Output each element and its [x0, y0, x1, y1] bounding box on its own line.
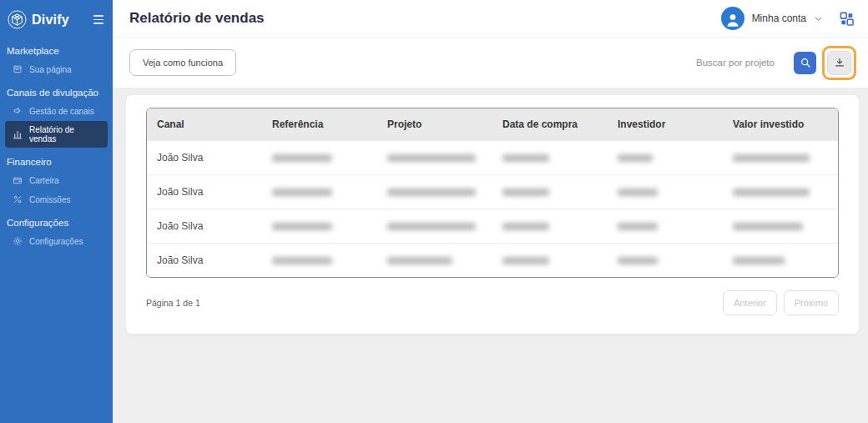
apps-grid-icon[interactable]	[839, 11, 855, 27]
sidebar-item-label: Gestão de canais	[29, 107, 94, 116]
sidebar-item-relatorio-de-vendas[interactable]: Relatório de vendas	[5, 121, 108, 148]
sidebar-item-label: Configurações	[29, 237, 83, 246]
redacted-text	[387, 189, 476, 196]
cell-projeto-redacted	[377, 244, 492, 278]
megaphone-icon	[13, 106, 23, 116]
search-button[interactable]	[794, 52, 816, 74]
redacted-text	[618, 189, 658, 196]
previous-button[interactable]: Anterior	[723, 290, 777, 315]
bar-chart-icon	[13, 129, 23, 139]
cell-referencia-redacted	[262, 209, 377, 244]
account-label[interactable]: Minha conta	[752, 13, 806, 24]
cell-data-de-compra-redacted	[492, 175, 608, 209]
cell-projeto-redacted	[377, 175, 492, 209]
account-menu: Minha conta	[721, 7, 855, 30]
page-icon	[13, 64, 23, 74]
column-header: Projeto	[377, 108, 492, 141]
cell-projeto-redacted	[377, 141, 492, 175]
cell-valor-investido-redacted	[723, 209, 838, 244]
column-header: Referência	[262, 108, 377, 141]
cell-valor-investido-redacted	[723, 175, 838, 209]
table-row: João Silva	[147, 244, 838, 278]
sidebar-item-label: Carteira	[29, 176, 59, 185]
next-button[interactable]: Próximo	[784, 290, 839, 315]
pagination: Página 1 de 1 Anterior Próximo	[146, 290, 839, 315]
sidebar-logo-row: Divify	[0, 0, 113, 37]
sidebar-item-comissoes[interactable]: Comissões	[5, 190, 108, 209]
cell-canal: João Silva	[147, 175, 262, 209]
main-area: Relatório de vendas Minha conta	[113, 0, 868, 423]
cell-investidor-redacted	[608, 141, 723, 175]
column-header: Valor investido	[723, 108, 838, 141]
app-window: Divify MarketplaceSua páginaCanais de di…	[0, 0, 868, 423]
menu-toggle-icon[interactable]	[92, 13, 105, 25]
cell-data-de-compra-redacted	[492, 244, 608, 278]
redacted-text	[733, 189, 810, 196]
redacted-text	[502, 257, 549, 264]
sidebar-item-gestao-de-canais[interactable]: Gestão de canais	[5, 102, 108, 120]
redacted-text	[502, 223, 549, 230]
redacted-text	[387, 223, 476, 230]
sidebar-item-sua-pagina[interactable]: Sua página	[5, 60, 108, 78]
sales-table: CanalReferênciaProjetoData de compraInve…	[146, 108, 839, 278]
percent-icon	[13, 194, 23, 204]
cell-investidor-redacted	[608, 244, 723, 278]
table-row: João Silva	[147, 141, 838, 175]
sidebar-item-configuracoes[interactable]: Configurações	[5, 232, 108, 250]
table-row: João Silva	[147, 209, 838, 244]
how-it-works-button[interactable]: Veja como funciona	[129, 49, 236, 76]
sidebar-item-label: Relatório de vendas	[29, 125, 103, 144]
redacted-text	[272, 223, 332, 230]
cell-valor-investido-redacted	[723, 141, 838, 175]
search-input[interactable]	[694, 57, 788, 68]
table-row: João Silva	[147, 175, 838, 209]
gear-icon	[13, 236, 23, 246]
cell-referencia-redacted	[262, 175, 377, 209]
sidebar-section-label: Marketplace	[7, 46, 106, 56]
sidebar: Divify MarketplaceSua páginaCanais de di…	[0, 0, 113, 423]
sidebar-item-label: Sua página	[29, 65, 72, 74]
pagination-label: Página 1 de 1	[146, 298, 200, 308]
column-header: Canal	[147, 108, 262, 141]
sidebar-section-label: Financeiro	[7, 157, 106, 167]
report-card: CanalReferênciaProjetoData de compraInve…	[125, 94, 860, 335]
cell-data-de-compra-redacted	[492, 141, 608, 175]
cell-investidor-redacted	[608, 209, 723, 244]
redacted-text	[733, 223, 803, 230]
cell-referencia-redacted	[262, 141, 377, 175]
column-header: Data de compra	[492, 108, 608, 141]
topbar: Relatório de vendas Minha conta	[113, 0, 868, 38]
redacted-text	[272, 154, 332, 162]
sidebar-section-label: Configurações	[7, 218, 106, 228]
redacted-text	[618, 154, 653, 162]
content-area: CanalReferênciaProjetoData de compraInve…	[113, 88, 868, 423]
sidebar-item-label: Comissões	[29, 195, 70, 204]
page-title: Relatório de vendas	[129, 10, 265, 27]
redacted-text	[618, 223, 658, 230]
cell-canal: João Silva	[147, 141, 262, 175]
download-icon	[834, 57, 845, 68]
redacted-text	[733, 257, 785, 264]
redacted-text	[387, 257, 452, 264]
cell-data-de-compra-redacted	[492, 209, 608, 244]
cell-canal: João Silva	[147, 244, 262, 278]
wallet-icon	[13, 175, 23, 185]
cell-projeto-redacted	[377, 209, 492, 244]
brand-name: Divify	[32, 13, 69, 28]
pagination-buttons: Anterior Próximo	[723, 290, 839, 315]
cell-investidor-redacted	[608, 175, 723, 209]
download-button[interactable]	[827, 51, 851, 75]
search-icon	[800, 57, 811, 68]
sidebar-item-carteira[interactable]: Carteira	[5, 171, 108, 189]
redacted-text	[733, 154, 810, 162]
redacted-text	[618, 257, 658, 264]
sidebar-nav: MarketplaceSua páginaCanais de divulgaçã…	[0, 37, 113, 251]
divify-logo-icon	[7, 9, 28, 30]
avatar[interactable]	[721, 7, 744, 30]
redacted-text	[272, 189, 332, 196]
chevron-down-icon[interactable]	[814, 14, 823, 23]
cell-canal: João Silva	[147, 209, 262, 244]
download-highlight-annotation	[822, 46, 856, 80]
search-area	[694, 46, 856, 80]
cell-valor-investido-redacted	[723, 244, 838, 278]
